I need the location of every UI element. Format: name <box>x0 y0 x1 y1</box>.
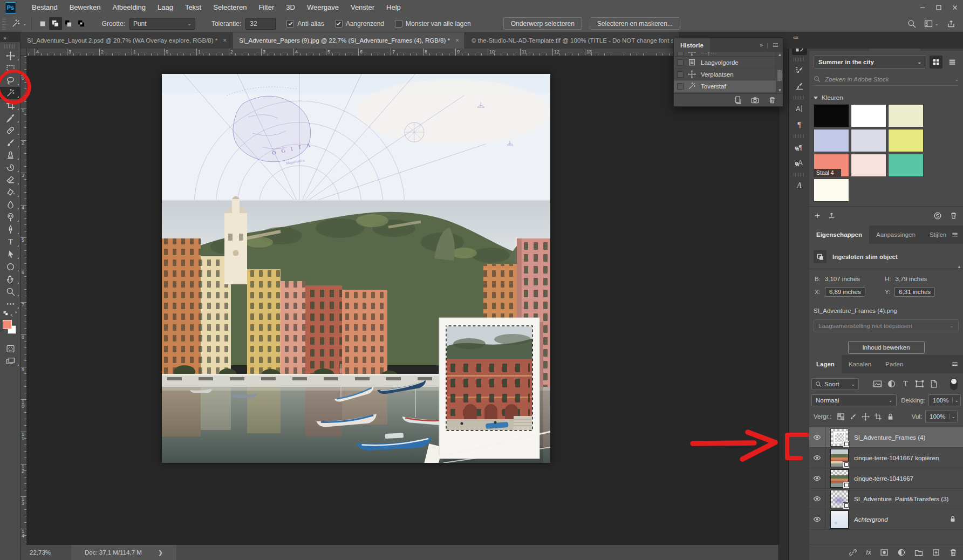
layer-effects-button[interactable]: fx <box>866 549 871 556</box>
tolerance-input[interactable]: 32 <box>245 18 276 30</box>
scroll-up-icon[interactable]: ▲ <box>957 264 961 269</box>
library-swatch[interactable] <box>851 154 886 177</box>
minimize-button[interactable] <box>914 0 931 15</box>
menu-venster[interactable]: Venster <box>345 0 380 15</box>
selection-new-button[interactable] <box>36 17 49 30</box>
close-tab-icon[interactable]: × <box>223 37 227 44</box>
list-view-button[interactable] <box>946 56 959 69</box>
layer-row[interactable]: Achtergrond <box>809 509 963 530</box>
layer-thumbnail[interactable] <box>830 449 849 467</box>
document-size-info[interactable]: Doc: 37,1 M/114,7 M ❯ <box>71 545 176 560</box>
document-tab-2[interactable]: SI_Adventure_Papers (9).jpg @ 22,7% (SI_… <box>233 32 465 49</box>
upload-icon[interactable] <box>828 211 836 220</box>
lock-transparency-icon[interactable] <box>837 413 845 421</box>
new-adjustment-layer-icon[interactable] <box>897 548 906 557</box>
blur-tool[interactable] <box>0 199 21 211</box>
menu-afbeelding[interactable]: Afbeelding <box>107 0 152 15</box>
checkbox-anti-alias[interactable]: Anti-alias <box>286 20 324 28</box>
menu-3d[interactable]: 3D <box>280 0 301 15</box>
dock-grip[interactable] <box>794 173 805 176</box>
blend-mode-select[interactable]: Normaal ⌄ <box>811 394 897 406</box>
layer-name[interactable]: Achtergrond <box>854 516 888 523</box>
document-tab-1[interactable]: SI_Adventure_Layout 2.psd @ 20,7% (WA Ov… <box>21 32 233 49</box>
dock-grip[interactable] <box>794 134 805 138</box>
hand-tool[interactable] <box>0 273 21 285</box>
filter-smart-objects-icon[interactable] <box>929 379 938 388</box>
lock-artboard-icon[interactable] <box>874 413 882 421</box>
select-and-mask-button[interactable]: Selecteren en maskeren... <box>590 17 680 30</box>
library-swatch[interactable] <box>851 129 886 152</box>
layer-row[interactable]: SI_Adventure_Paint&Transfers (3) <box>809 489 963 509</box>
layer-visibility-toggle[interactable] <box>809 489 825 509</box>
tab-overflow-chevron-icon[interactable]: » <box>3 35 6 41</box>
history-source-checkbox[interactable] <box>677 83 684 90</box>
share-icon[interactable] <box>947 19 955 28</box>
menu-bewerken[interactable]: Bewerken <box>64 0 107 15</box>
colors-section-header[interactable]: Kleuren <box>814 94 959 101</box>
zoom-level-field[interactable]: 22,73% <box>30 549 51 556</box>
menu-tekst[interactable]: Tekst <box>179 0 207 15</box>
character-panel-button[interactable]: A <box>792 101 807 116</box>
menu-help[interactable]: Help <box>380 0 407 15</box>
edit-toolbar[interactable] <box>0 298 21 310</box>
brush-settings-panel-button[interactable] <box>792 78 807 93</box>
collapse-panels-icon[interactable]: «« <box>793 35 798 40</box>
layer-row[interactable]: cinque-terre-1041667 kopiëren <box>809 448 963 468</box>
layer-name[interactable]: SI_Adventure_Paint&Transfers (3) <box>854 496 948 502</box>
filter-toggle-switch[interactable] <box>950 378 958 390</box>
close-tab-icon[interactable]: × <box>455 37 459 44</box>
adobe-stock-search-input[interactable]: Zoeken in Adobe Stock ⌄ <box>814 73 959 86</box>
zoom-tool[interactable] <box>0 285 21 298</box>
character-styles-panel-button[interactable]: ¶ <box>792 139 807 154</box>
panel-tab-paden[interactable]: Paden <box>878 355 910 373</box>
filter-type-layers-icon[interactable]: T <box>901 379 910 388</box>
opacity-field[interactable]: 100% ⌄ <box>928 394 961 406</box>
layer-name[interactable]: SI_Adventure_Frames (4) <box>854 434 925 441</box>
layer-name[interactable]: cinque-terre-1041667 <box>854 475 913 482</box>
magic-wand-tool[interactable] <box>0 87 21 99</box>
paragraph-panel-button[interactable]: ¶ <box>792 117 807 132</box>
layer-comp-select[interactable]: Laagsamenstelling niet toepassen ⌄ <box>814 319 959 332</box>
panel-tab-stijlen[interactable]: Stijlen <box>923 226 953 244</box>
filter-adjustment-layers-icon[interactable] <box>887 379 896 388</box>
close-button[interactable] <box>947 0 963 15</box>
layer-row[interactable]: cinque-terre-1041667 <box>809 468 963 489</box>
library-swatch[interactable]: Staal 4 <box>814 154 849 177</box>
panel-menu-icon[interactable] <box>951 231 959 240</box>
layer-name[interactable]: cinque-terre-1041667 kopiëren <box>854 455 939 461</box>
select-subject-button[interactable]: Onderwerp selecteren <box>503 17 582 30</box>
menu-weergave[interactable]: Weergave <box>301 0 345 15</box>
layer-visibility-toggle[interactable] <box>809 448 825 468</box>
horizontal-ruler[interactable]: 4321012345678910111213 <box>27 49 778 56</box>
panel-tab-kanalen[interactable]: Kanalen <box>842 355 878 373</box>
filter-shape-layers-icon[interactable] <box>915 379 924 388</box>
creative-cloud-sync-icon[interactable] <box>933 211 942 220</box>
dock-grip[interactable] <box>794 96 805 100</box>
ruler-origin-corner[interactable] <box>21 49 27 56</box>
grid-view-button[interactable] <box>930 56 942 69</box>
scrollbar-thumb[interactable] <box>777 70 782 81</box>
panel-menu-icon[interactable] <box>772 42 779 49</box>
clone-stamp-tool[interactable] <box>0 149 21 161</box>
default-colors-icon[interactable] <box>3 310 9 317</box>
edit-content-button[interactable]: Inhoud bewerken <box>848 341 925 354</box>
type-tool[interactable]: T <box>0 236 21 248</box>
lock-pixels-icon[interactable] <box>849 413 857 421</box>
layer-thumbnail[interactable] <box>830 428 849 447</box>
library-swatch[interactable] <box>888 154 924 177</box>
quick-mask-button[interactable] <box>0 343 21 355</box>
document-tab-3[interactable]: © the-Studio-NL-AD-Template.tif @ 100% (… <box>465 32 680 49</box>
options-grip[interactable] <box>2 18 6 30</box>
lock-position-icon[interactable] <box>862 413 870 421</box>
pen-tool[interactable] <box>0 223 21 236</box>
history-source-checkbox[interactable] <box>677 52 684 56</box>
history-brush-tool[interactable] <box>0 161 21 174</box>
brushes-panel-button[interactable] <box>792 63 807 78</box>
layer-visibility-toggle[interactable] <box>809 468 825 488</box>
library-select[interactable]: Summer in the city ⌄ <box>814 56 926 69</box>
selection-subtract-button[interactable] <box>62 17 75 30</box>
menu-selecteren[interactable]: Selecteren <box>207 0 252 15</box>
size-select[interactable]: Punt ⌄ <box>129 18 195 30</box>
path-selection-tool[interactable] <box>0 248 21 261</box>
history-item-toverstaf[interactable]: Toverstaf <box>674 80 776 92</box>
